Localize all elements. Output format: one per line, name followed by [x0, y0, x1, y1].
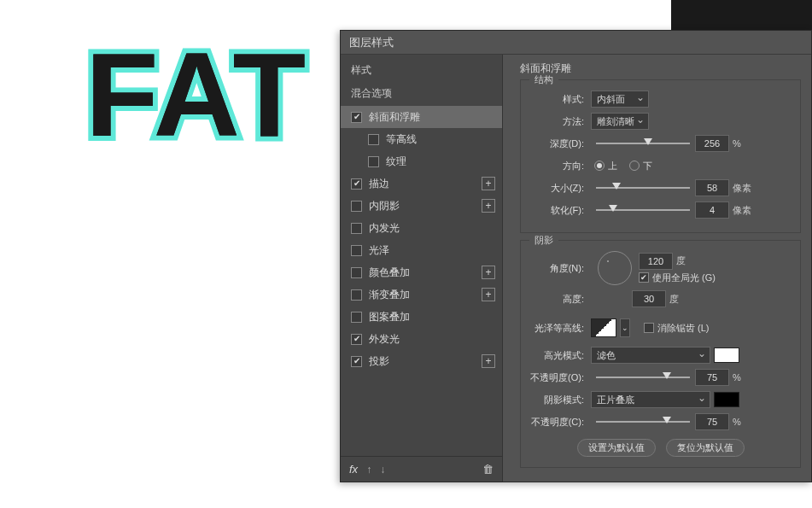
direction-up-radio[interactable] [594, 161, 605, 171]
style-row-7[interactable]: 颜色叠加+ [341, 261, 502, 283]
opacity-c-unit: % [733, 417, 751, 427]
style-label: 外发光 [369, 332, 495, 347]
style-label: 颜色叠加 [369, 266, 482, 280]
style-row-9[interactable]: 图案叠加 [341, 306, 502, 328]
highlight-color-swatch[interactable] [714, 347, 739, 363]
antialias-checkbox[interactable] [644, 323, 654, 333]
style-checkbox[interactable] [351, 223, 362, 234]
add-effect-icon[interactable]: + [482, 354, 495, 368]
antialias-label: 消除锯齿 (L) [657, 322, 710, 335]
highlight-mode-label: 高光模式: [529, 349, 591, 362]
style-row-8[interactable]: 渐变叠加+ [341, 283, 502, 306]
reset-default-button[interactable]: 复位为默认值 [666, 439, 745, 457]
shading-group: 阴影 角度(N): 120 度 使用全局光 (G) [520, 240, 801, 468]
global-light-label: 使用全局光 (G) [652, 272, 716, 284]
style-label: 渐变叠加 [369, 288, 482, 302]
style-row-5[interactable]: 内发光 [341, 217, 502, 239]
structure-label: 结构 [529, 73, 558, 86]
style-label: 等高线 [386, 132, 495, 147]
style-row-3[interactable]: 描边+ [341, 172, 502, 195]
size-unit: 像素 [733, 182, 751, 195]
add-effect-icon[interactable]: + [482, 266, 495, 279]
add-effect-icon[interactable]: + [482, 199, 495, 213]
style-row-11[interactable]: 投影+ [341, 350, 502, 372]
opacity-c-label: 不透明度(C): [529, 416, 591, 429]
style-label: 光泽 [369, 243, 495, 258]
style-checkbox[interactable] [351, 245, 362, 256]
opacity-o-label: 不透明度(O): [529, 371, 591, 384]
add-effect-icon[interactable]: + [482, 177, 495, 190]
depth-unit: % [733, 138, 751, 149]
style-checkbox[interactable] [351, 267, 362, 278]
angle-label: 角度(N): [529, 262, 591, 275]
style-label: 内发光 [369, 221, 495, 236]
method-dropdown[interactable]: 雕刻清晰 [591, 113, 649, 130]
gloss-contour-dropdown[interactable]: ⌄ [620, 318, 630, 337]
depth-label: 深度(D): [529, 137, 591, 150]
layer-style-dialog: 图层样式 样式 混合选项 斜面和浮雕等高线纹理描边+内阴影+内发光光泽颜色叠加+… [340, 30, 812, 482]
opacity-o-unit: % [733, 372, 751, 382]
highlight-mode-dropdown[interactable]: 滤色 [591, 347, 710, 364]
depth-input[interactable]: 256 [695, 135, 729, 152]
bevel-settings-panel: 斜面和浮雕 结构 样式: 内斜面 方法: 雕刻清晰 深度(D): 256 % [503, 55, 811, 482]
size-input[interactable]: 58 [695, 179, 729, 196]
move-down-icon[interactable]: ↓ [380, 464, 385, 476]
style-row-4[interactable]: 内阴影+ [341, 195, 502, 217]
size-slider[interactable] [596, 179, 690, 196]
style-label: 斜面和浮雕 [369, 110, 495, 125]
style-checkbox[interactable] [351, 201, 362, 212]
direction-down-radio[interactable] [629, 161, 640, 171]
angle-widget[interactable] [598, 251, 632, 285]
angle-input[interactable]: 120 [639, 253, 673, 270]
set-default-button[interactable]: 设置为默认值 [577, 439, 656, 457]
opacity-o-input[interactable]: 75 [695, 369, 729, 386]
altitude-unit: 度 [669, 293, 688, 306]
style-row-1[interactable]: 等高线 [341, 128, 502, 150]
style-checkbox[interactable] [351, 178, 362, 190]
move-up-icon[interactable]: ↑ [366, 464, 371, 476]
opacity-o-slider[interactable] [596, 369, 690, 386]
styles-header: 样式 [341, 55, 502, 81]
style-label: 样式: [529, 93, 591, 106]
structure-group: 结构 样式: 内斜面 方法: 雕刻清晰 深度(D): 256 % 方向: [520, 79, 801, 233]
style-dropdown[interactable]: 内斜面 [591, 91, 649, 108]
shadow-mode-label: 阴影模式: [529, 394, 591, 406]
style-checkbox[interactable] [351, 289, 362, 301]
trash-icon[interactable]: 🗑 [482, 463, 494, 476]
style-label: 内阴影 [369, 199, 482, 213]
global-light-checkbox[interactable] [639, 272, 649, 283]
soften-unit: 像素 [733, 204, 751, 217]
style-checkbox[interactable] [368, 156, 379, 167]
fx-icon[interactable]: fx [349, 463, 358, 476]
soften-label: 软化(F): [529, 204, 591, 217]
shadow-color-swatch[interactable] [714, 392, 739, 407]
style-label: 投影 [369, 354, 482, 369]
style-row-0[interactable]: 斜面和浮雕 [341, 106, 502, 128]
altitude-label: 高度: [529, 293, 591, 306]
style-checkbox[interactable] [368, 134, 379, 145]
blending-options-row[interactable]: 混合选项 [341, 81, 502, 106]
style-label: 纹理 [386, 155, 495, 169]
style-row-6[interactable]: 光泽 [341, 239, 502, 261]
style-row-2[interactable]: 纹理 [341, 150, 502, 172]
dialog-title: 图层样式 [341, 31, 811, 55]
opacity-c-input[interactable]: 75 [695, 413, 729, 430]
gloss-contour-label: 光泽等高线: [529, 322, 591, 335]
style-row-10[interactable]: 外发光 [341, 328, 502, 350]
style-checkbox[interactable] [351, 356, 362, 367]
depth-slider[interactable] [596, 135, 690, 152]
style-checkbox[interactable] [351, 112, 362, 123]
method-label: 方法: [529, 115, 591, 128]
opacity-c-slider[interactable] [596, 413, 690, 430]
add-effect-icon[interactable]: + [482, 288, 495, 301]
style-checkbox[interactable] [351, 334, 362, 345]
soften-slider[interactable] [596, 201, 690, 219]
style-label: 描边 [369, 177, 482, 191]
altitude-input[interactable]: 30 [632, 290, 666, 307]
styles-footer: fx ↑ ↓ 🗑 [341, 456, 502, 482]
soften-input[interactable]: 4 [695, 201, 729, 219]
style-checkbox[interactable] [351, 312, 362, 323]
gloss-contour-swatch[interactable] [591, 318, 616, 337]
style-label: 图案叠加 [369, 310, 495, 324]
shadow-mode-dropdown[interactable]: 正片叠底 [591, 391, 710, 408]
